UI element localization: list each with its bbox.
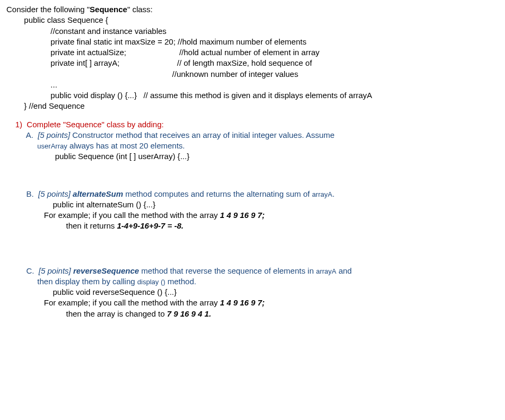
partB-points: [5 points] xyxy=(38,189,73,198)
partC-ret: then the array is changed to 7 9 16 9 4 … xyxy=(6,309,499,319)
partC-line1: C. [5 points] reverseSequence method tha… xyxy=(6,266,499,276)
code-l2: //constant and instance variables xyxy=(6,26,499,37)
partC-text1: method that reverse the sequence of elem… xyxy=(139,266,316,275)
partA-sig: public Sequence (int [ ] userArray) {...… xyxy=(6,151,499,162)
partB-arrA: arrayA xyxy=(312,190,332,198)
partB-ex-prefix: For example; if you call the method with… xyxy=(6,211,220,220)
intro-suffix: " class: xyxy=(127,5,153,14)
intro-sequence: Sequence xyxy=(90,5,127,14)
partC-line2: then display them by calling display () … xyxy=(6,276,499,287)
partA-userarray: userArray xyxy=(37,142,67,150)
code-l5: private int[ ] arrayA; // of length maxS… xyxy=(6,58,499,68)
partB-ret-val: 1-4+9-16+9-7 = -8. xyxy=(117,221,184,230)
code-l1: public class Sequence { xyxy=(6,15,499,25)
partC-label: C. xyxy=(6,266,39,275)
partC-ex-prefix: For example; if you call the method with… xyxy=(6,298,220,307)
partC-method: reverseSequence xyxy=(73,266,139,275)
partA-line2: userArray always has at most 20 elements… xyxy=(6,141,499,151)
q1-number: 1) xyxy=(6,120,27,129)
partC-display: display () xyxy=(137,278,166,286)
partA-line1: A. [5 points] Constructor method that re… xyxy=(6,130,499,141)
q1-text: Complete "Sequence" class by adding: xyxy=(27,120,163,129)
partB-ex-arr: 1 4 9 16 9 7; xyxy=(220,211,265,220)
q1-line: 1) Complete "Sequence" class by adding: xyxy=(6,119,499,130)
partC-points: [5 points] xyxy=(39,266,73,275)
partC-ex-arr: 1 4 9 16 9 7; xyxy=(220,298,265,307)
intro-prefix: Consider the following " xyxy=(6,5,90,14)
partB-dot: . xyxy=(332,189,334,198)
partA-rest: always has at most 20 elements. xyxy=(67,141,185,150)
partC-arrA: arrayA xyxy=(316,267,336,275)
partB-sig: public int alternateSum () {...} xyxy=(6,199,499,210)
partC-l2-suffix: method. xyxy=(166,277,196,286)
partB-text1: method computes and returns the alternat… xyxy=(123,189,312,198)
code-l6: //unknown number of integer values xyxy=(6,69,499,80)
partC-and: and xyxy=(336,266,352,275)
intro-line: Consider the following "Sequence" class: xyxy=(6,4,499,15)
partC-ret-prefix: then the array is changed to xyxy=(6,309,167,318)
partB-method: alternateSum xyxy=(73,189,123,198)
partC-ret-val: 7 9 16 9 4 1. xyxy=(167,309,211,318)
partA-text1: Constructor method that receives an arra… xyxy=(72,130,334,139)
partA-pad xyxy=(6,141,37,150)
code-l7: ... xyxy=(6,80,499,90)
code-l10: } //end Sequence xyxy=(6,101,499,111)
partB-label: B. xyxy=(6,189,38,198)
code-l4: private int actualSize; //hold actual nu… xyxy=(6,47,499,58)
partB-ret-prefix: then it returns xyxy=(6,221,117,230)
partC-l2-prefix: then display them by calling xyxy=(6,277,137,286)
partB-ex: For example; if you call the method with… xyxy=(6,210,499,221)
code-l3: private final static int maxSize = 20; /… xyxy=(6,37,499,47)
partC-ex: For example; if you call the method with… xyxy=(6,298,499,308)
partB-line1: B. [5 points] alternateSum method comput… xyxy=(6,189,499,199)
code-l8: public void display () {...} // assume t… xyxy=(6,90,499,101)
partA-points: [5 points] xyxy=(38,130,72,139)
partA-label: A. xyxy=(6,130,38,139)
partC-sig: public void reverseSequence () {...} xyxy=(6,287,499,298)
partB-ret: then it returns 1-4+9-16+9-7 = -8. xyxy=(6,221,499,231)
